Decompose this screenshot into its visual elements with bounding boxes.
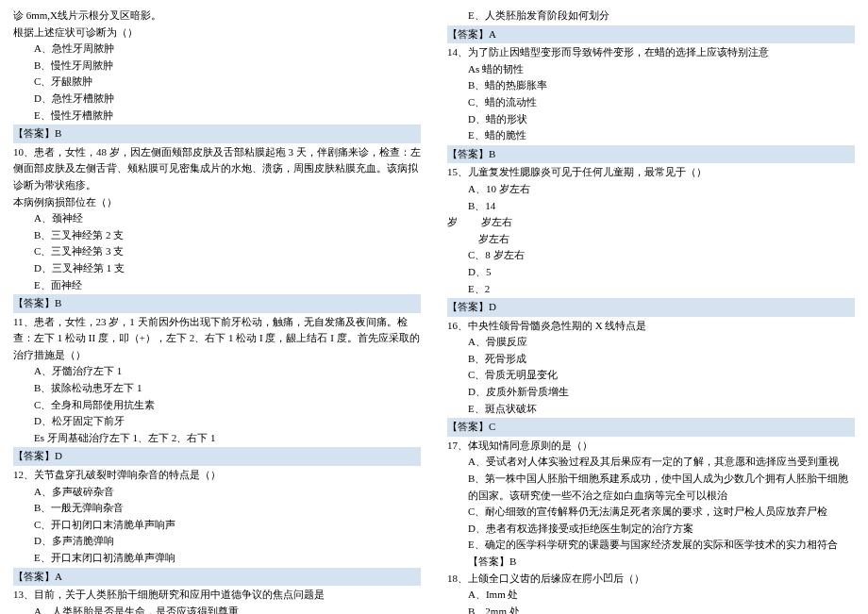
text-line: A、多声破碎杂音 [13,484,421,501]
text-line: A、颈神经 [13,210,421,227]
text-line: B、14 [447,198,855,215]
text-line: A、骨膜反应 [447,334,855,351]
answer-line: 【答案】C [447,418,855,437]
text-line: A、10 岁左右 [447,181,855,198]
text-line: 12、关节盘穿孔破裂时弹响杂音的特点是（） [13,467,421,484]
text-line: B、第一株中国人胚胎干细胞系建系成功，使中国人成为少数几个拥有人胚胎干细胞的国家… [447,471,855,504]
text-line: 17、体现知情同意原则的是（） [447,438,855,455]
text-line: E、蜡的脆性 [447,127,855,144]
text-line: D、三叉神经第 1 支 [13,260,421,277]
text-line: 13、目前，关于人类胚胎干细胞研究和应用中道德争议的焦点问题是 [13,587,421,604]
answer-line: 【答案】B [447,145,855,164]
text-line: B、一般无弹响杂音 [13,500,421,517]
answer-line: 【答案】A [13,568,421,587]
text-line: 本病例病损部位在（） [13,194,421,211]
text-line: E、慢性牙槽脓肿 [13,108,421,124]
text-line: 岁左右 [447,231,855,248]
text-line: D、患者有权选择接受或拒绝医生制定的治疗方案 [447,521,855,538]
text-line: A、受试者对人体实验过程及其后果应有一定的了解，其意愿和选择应当受到重视 [447,454,855,471]
text-line: D、松牙固定下前牙 [13,413,421,430]
text-line: C、牙龈脓肿 [13,74,421,91]
answer-line: 【答案】B [13,294,421,313]
text-line: B、慢性牙周脓肿 [13,58,421,75]
text-line: E、人类胚胎发育阶段如何划分 [447,8,855,25]
text-line: C、全身和局部使用抗生素 [13,397,421,414]
text-line: 16、中央性颌骨骨髓炎急性期的 X 线特点是 [447,318,855,335]
text-line: C、骨质无明显变化 [447,367,855,384]
text-line: D、多声清脆弹响 [13,533,421,550]
text-line: C、耐心细致的宣传解释仍无法满足死者亲属的要求，这时尸检人员应放弃尸检 [447,504,855,521]
text-line: B、蜡的热膨胀率 [447,77,855,94]
text-line: As 蜡的韧性 [447,61,855,78]
text-line: E、2 [447,281,855,298]
right-column: E、人类胚胎发育阶段如何划分【答案】A14、为了防止因蜡型变形而导致铸件变形，在… [434,8,868,606]
text-line: B、拔除松动患牙左下 1 [13,380,421,397]
text-line: B、2mm 处 [447,604,855,614]
text-line: E、面神经 [13,277,421,294]
text-line: 根据上述症状可诊断为（） [13,25,421,41]
text-line: D、皮质外新骨质增生 [447,384,855,401]
text-line: B、三叉神经第 2 支 [13,227,421,244]
text-line: 10、患者，女性，48 岁，因左侧面颊部皮肤及舌部粘膜起疱 3 天，伴剧痛来诊，… [13,144,421,194]
text-line: E、开口末闭口初清脆单声弹响 [13,550,421,567]
text-line: C、蜡的流动性 [447,94,855,111]
text-line: A、人类胚胎是否是生命，是否应该得到尊重 [13,604,421,614]
text-line: 11、患者，女性，23 岁，1 天前因外伤出现下前牙松动，触痛，无自发痛及夜间痛… [13,314,421,364]
answer-line: 【答案】A [447,25,855,44]
text-line: A、牙髓治疗左下 1 [13,363,421,380]
text-line: C、开口初闭口末清脆单声响声 [13,517,421,534]
text-line: A、急性牙周脓肿 [13,41,421,58]
text-line: 14、为了防止因蜡型变形而导致铸件变形，在蜡的选择上应该特别注意 [447,44,855,61]
answer-line: 【答案】D [13,447,421,466]
text-line: B、死骨形成 [447,351,855,368]
answer-line: 【答案】D [447,298,855,317]
text-line: 18、上颌全口义齿的后缘应在腭小凹后（） [447,571,855,588]
text-line: 诊 6mm,X线片示根分叉区暗影。 [13,8,421,25]
text-line: C、8 岁左右 [447,247,855,264]
text-line: A、Imm 处 [447,587,855,604]
text-line: 15、儿童复发性腮腺炎可见于任何儿童期，最常见于（） [447,164,855,181]
text-line: Es 牙周基础治疗左下 1、左下 2、右下 1 [13,430,421,447]
text-line: D、急性牙槽脓肿 [13,91,421,108]
text-line: D、5 [447,264,855,281]
text-line: 岁 岁左右 [447,214,855,231]
text-line: E、确定的医学科学研究的课题要与国家经济发展的实际和医学技术的实力相符合【答案】… [447,537,855,570]
text-line: C、三叉神经第 3 支 [13,243,421,260]
text-line: E、斑点状破坏 [447,401,855,418]
answer-line: 【答案】B [13,124,421,143]
left-column: 诊 6mm,X线片示根分叉区暗影。根据上述症状可诊断为（）A、急性牙周脓肿B、慢… [0,8,434,606]
text-line: D、蜡的形状 [447,111,855,128]
